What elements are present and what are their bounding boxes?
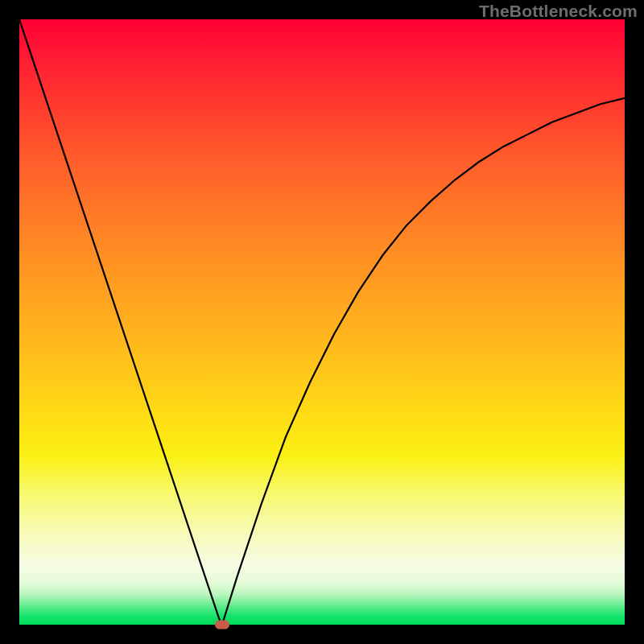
- chart-stage: TheBottleneck.com: [0, 0, 644, 644]
- optimal-point-marker: [215, 621, 229, 630]
- bottleneck-curve: [19, 19, 625, 625]
- chart-plot-area: [19, 19, 625, 625]
- watermark-text: TheBottleneck.com: [479, 2, 638, 21]
